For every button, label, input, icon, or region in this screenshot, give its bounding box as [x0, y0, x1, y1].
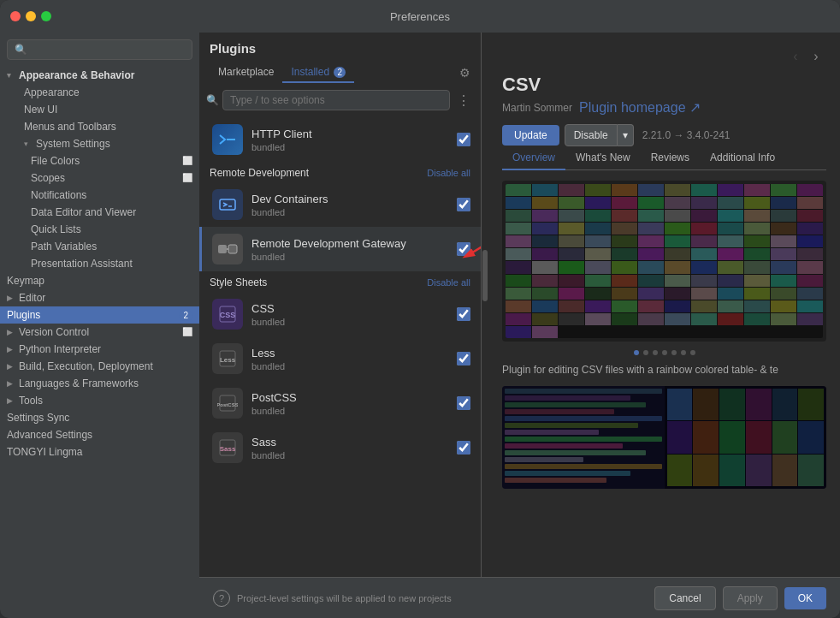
csv-cell [638, 184, 664, 196]
maximize-button[interactable] [41, 11, 51, 21]
more-options-icon[interactable]: ⋮ [453, 91, 474, 110]
sidebar-item-file-colors[interactable]: File Colors ⬜ [0, 152, 199, 169]
less-checkbox[interactable] [457, 352, 470, 365]
sidebar-item-python-interpreter[interactable]: ▶ Python Interpreter [0, 341, 199, 358]
csv-cell [718, 184, 743, 196]
apply-button[interactable]: Apply [723, 586, 778, 610]
plugins-scrollbar[interactable] [482, 33, 488, 577]
sidebar-item-settings-sync[interactable]: Settings Sync [0, 409, 199, 426]
dot-1[interactable] [634, 350, 639, 355]
minimize-button[interactable] [26, 11, 36, 21]
csv-cell [718, 288, 743, 300]
dot-4[interactable] [662, 350, 667, 355]
nav-forward-button[interactable]: › [806, 46, 826, 67]
grid-cell [719, 455, 745, 486]
csv-cell [744, 248, 770, 260]
sidebar-item-appearance-behavior[interactable]: ▾ Appearance & Behavior [0, 67, 199, 84]
help-button[interactable]: ? [213, 590, 230, 607]
sidebar-item-quick-lists[interactable]: Quick Lists [0, 221, 199, 238]
screenshot1-image [506, 184, 823, 338]
expand-icon: ▾ [24, 140, 33, 148]
tab-additional-info[interactable]: Additional Info [700, 146, 785, 170]
cancel-button[interactable]: Cancel [654, 586, 715, 610]
sidebar-item-notifications[interactable]: Notifications [0, 187, 199, 204]
sidebar-item-tongyi-lingma[interactable]: TONGYI Lingma [0, 443, 199, 461]
csv-cell [718, 248, 743, 260]
csv-cell [797, 235, 823, 247]
detail-homepage-link[interactable]: Plugin homepage ↗ [579, 99, 701, 116]
ok-button[interactable]: OK [784, 587, 826, 609]
sidebar-item-tools[interactable]: ▶ Tools [0, 392, 199, 409]
sidebar-item-languages-frameworks[interactable]: ▶ Languages & Frameworks [0, 375, 199, 392]
sidebar-item-advanced-settings[interactable]: Advanced Settings [0, 426, 199, 443]
sidebar-item-build-execution[interactable]: ▶ Build, Execution, Deployment [0, 358, 199, 375]
csv-cell [797, 300, 823, 312]
tab-overview[interactable]: Overview [502, 146, 565, 170]
sidebar-item-keymap[interactable]: Keymap [0, 272, 199, 289]
sidebar-item-system-settings[interactable]: ▾ System Settings [0, 135, 199, 152]
dot-3[interactable] [653, 350, 658, 355]
scrollbar-thumb[interactable] [482, 250, 488, 301]
style-sheets-disable-all[interactable]: Disable all [427, 277, 470, 288]
http-client-checkbox[interactable] [457, 133, 470, 146]
dot-2[interactable] [643, 350, 648, 355]
screenshot2-container [502, 386, 826, 489]
tab-reviews[interactable]: Reviews [641, 146, 700, 170]
plugin-item-postcss[interactable]: PostCSS PostCSS bundled [199, 381, 481, 425]
csv-cell [532, 275, 558, 287]
csv-cell [612, 313, 637, 325]
sidebar-item-scopes[interactable]: Scopes ⬜ [0, 169, 199, 187]
sidebar-item-plugins[interactable]: Plugins 2 [0, 306, 199, 324]
csv-cell [771, 261, 796, 273]
sidebar-item-version-control[interactable]: ▶ Version Control ⬜ [0, 324, 199, 341]
tab-marketplace[interactable]: Marketplace [210, 62, 282, 83]
remote-dev-disable-all[interactable]: Disable all [427, 168, 470, 178]
plugins-tabs: Marketplace Installed 2 ⚙ [210, 62, 470, 83]
plugin-info-postcss: PostCSS bundled [251, 391, 448, 416]
nav-back-button[interactable]: ‹ [785, 46, 806, 67]
grid-cell [746, 421, 772, 453]
sidebar-search-input[interactable] [7, 39, 192, 60]
settings-gear-icon[interactable]: ⚙ [459, 66, 470, 80]
update-button[interactable]: Update [502, 125, 559, 146]
expand-icon: ▶ [7, 379, 15, 388]
sass-checkbox[interactable] [457, 441, 470, 455]
plugin-item-rdg[interactable]: Remote Development Gateway bundled [199, 227, 481, 271]
plugin-item-less[interactable]: Less Less bundled [199, 336, 481, 381]
dot-5[interactable] [671, 350, 677, 355]
sidebar-item-editor[interactable]: ▶ Editor [0, 289, 199, 306]
sidebar-item-path-variables[interactable]: Path Variables [0, 238, 199, 255]
plugin-item-sass[interactable]: Sass Sass bundled [199, 425, 481, 470]
csv-cell [638, 300, 664, 312]
dot-6[interactable] [681, 350, 686, 355]
plugins-search-input[interactable] [222, 90, 450, 110]
disable-button[interactable]: Disable [565, 124, 618, 146]
postcss-checkbox[interactable] [457, 396, 470, 410]
sidebar-scroll: ▾ Appearance & Behavior Appearance New U… [0, 67, 199, 618]
csv-cell [638, 248, 664, 260]
csv-cell [771, 248, 796, 260]
rdg-checkbox[interactable] [457, 242, 470, 256]
plugin-item-dev-containers[interactable]: Dev Containers bundled [199, 182, 481, 227]
sidebar-item-presentation-assistant[interactable]: Presentation Assistant [0, 255, 199, 272]
sidebar-item-new-ui[interactable]: New UI [0, 101, 199, 118]
tab-whats-new[interactable]: What's New [565, 146, 641, 170]
plugin-name-sass: Sass [251, 436, 448, 449]
disable-caret-button[interactable]: ▾ [618, 124, 634, 146]
close-button[interactable] [10, 11, 21, 21]
csv-cell [691, 223, 717, 235]
dot-7[interactable] [690, 350, 695, 355]
grid-cell [719, 421, 745, 453]
tab-installed[interactable]: Installed 2 [282, 62, 354, 83]
csv-cell [744, 313, 770, 325]
plugin-item-css[interactable]: CSS CSS bundled [199, 292, 481, 336]
css-checkbox[interactable] [457, 307, 470, 321]
sidebar-item-menus-toolbars[interactable]: Menus and Toolbars [0, 118, 199, 135]
plugin-item-http-client[interactable]: HTTP Client bundled [199, 117, 481, 162]
dev-containers-checkbox[interactable] [457, 198, 470, 211]
csv-cell [665, 235, 690, 247]
sidebar-item-data-editor[interactable]: Data Editor and Viewer [0, 204, 199, 221]
grid-cell [693, 389, 719, 420]
plugins-list: HTTP Client bundled Remote Development D… [199, 117, 481, 577]
sidebar-item-appearance[interactable]: Appearance [0, 84, 199, 101]
